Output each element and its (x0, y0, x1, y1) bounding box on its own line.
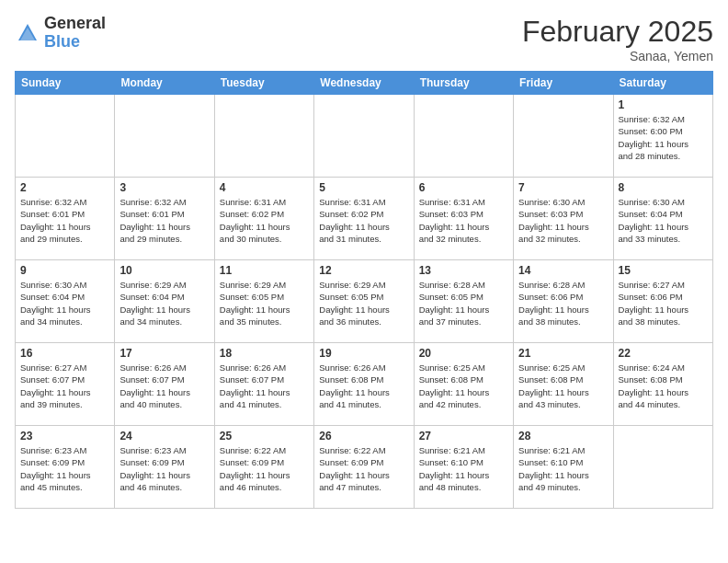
calendar-cell: 16Sunrise: 6:27 AM Sunset: 6:07 PM Dayli… (16, 343, 115, 426)
day-number: 10 (119, 264, 209, 277)
day-header-friday: Friday (514, 72, 613, 95)
day-number: 4 (220, 181, 309, 194)
day-number: 15 (619, 264, 708, 277)
day-header-thursday: Thursday (414, 72, 513, 95)
calendar-week-3: 9Sunrise: 6:30 AM Sunset: 6:04 PM Daylig… (16, 260, 713, 343)
calendar-cell: 12Sunrise: 6:29 AM Sunset: 6:05 PM Dayli… (314, 260, 414, 343)
day-number: 26 (319, 430, 408, 442)
day-number: 11 (220, 264, 309, 277)
logo: General Blue (15, 15, 106, 52)
calendar-cell: 26Sunrise: 6:22 AM Sunset: 6:09 PM Dayli… (314, 426, 414, 509)
day-number: 25 (220, 430, 309, 442)
logo-general: General (44, 15, 106, 33)
logo-icon (15, 20, 40, 46)
day-number: 22 (619, 347, 708, 360)
day-info: Sunrise: 6:26 AM Sunset: 6:07 PM Dayligh… (220, 362, 309, 410)
calendar-week-4: 16Sunrise: 6:27 AM Sunset: 6:07 PM Dayli… (16, 343, 713, 426)
day-info: Sunrise: 6:30 AM Sunset: 6:04 PM Dayligh… (619, 196, 708, 245)
day-info: Sunrise: 6:26 AM Sunset: 6:07 PM Dayligh… (119, 362, 209, 410)
calendar-cell: 4Sunrise: 6:31 AM Sunset: 6:02 PM Daylig… (214, 178, 313, 260)
calendar-cell: 21Sunrise: 6:25 AM Sunset: 6:08 PM Dayli… (514, 343, 613, 426)
title-block: February 2025 Sanaa, Yemen (522, 15, 713, 63)
day-info: Sunrise: 6:24 AM Sunset: 6:08 PM Dayligh… (619, 362, 708, 410)
calendar-cell (214, 95, 313, 178)
day-info: Sunrise: 6:21 AM Sunset: 6:10 PM Dayligh… (518, 444, 608, 493)
logo-text: General Blue (44, 15, 106, 52)
calendar-cell (115, 95, 214, 178)
day-number: 12 (319, 264, 408, 277)
day-info: Sunrise: 6:27 AM Sunset: 6:06 PM Dayligh… (619, 279, 708, 327)
day-info: Sunrise: 6:22 AM Sunset: 6:09 PM Dayligh… (319, 444, 408, 493)
day-header-tuesday: Tuesday (214, 72, 313, 95)
day-header-wednesday: Wednesday (314, 72, 414, 95)
calendar-cell: 24Sunrise: 6:23 AM Sunset: 6:09 PM Dayli… (115, 426, 214, 509)
day-info: Sunrise: 6:31 AM Sunset: 6:02 PM Dayligh… (220, 196, 309, 245)
day-info: Sunrise: 6:32 AM Sunset: 6:01 PM Dayligh… (119, 196, 209, 245)
day-number: 23 (20, 430, 109, 442)
day-number: 19 (319, 347, 408, 360)
calendar-cell: 25Sunrise: 6:22 AM Sunset: 6:09 PM Dayli… (214, 426, 313, 509)
calendar-cell (16, 95, 115, 178)
calendar-cell: 9Sunrise: 6:30 AM Sunset: 6:04 PM Daylig… (16, 260, 115, 343)
day-info: Sunrise: 6:26 AM Sunset: 6:08 PM Dayligh… (319, 362, 408, 410)
day-info: Sunrise: 6:28 AM Sunset: 6:06 PM Dayligh… (518, 279, 608, 327)
calendar: SundayMondayTuesdayWednesdayThursdayFrid… (15, 71, 713, 509)
day-number: 28 (518, 430, 608, 442)
day-info: Sunrise: 6:25 AM Sunset: 6:08 PM Dayligh… (518, 362, 608, 410)
calendar-cell: 5Sunrise: 6:31 AM Sunset: 6:02 PM Daylig… (314, 178, 414, 260)
calendar-cell (514, 95, 613, 178)
calendar-cell: 27Sunrise: 6:21 AM Sunset: 6:10 PM Dayli… (414, 426, 513, 509)
day-header-saturday: Saturday (613, 72, 712, 95)
day-number: 9 (20, 264, 109, 277)
calendar-cell: 7Sunrise: 6:30 AM Sunset: 6:03 PM Daylig… (514, 178, 613, 260)
calendar-cell (414, 95, 513, 178)
day-number: 18 (220, 347, 309, 360)
calendar-cell: 8Sunrise: 6:30 AM Sunset: 6:04 PM Daylig… (613, 178, 712, 260)
calendar-cell: 18Sunrise: 6:26 AM Sunset: 6:07 PM Dayli… (214, 343, 313, 426)
calendar-cell: 17Sunrise: 6:26 AM Sunset: 6:07 PM Dayli… (115, 343, 214, 426)
day-info: Sunrise: 6:29 AM Sunset: 6:04 PM Dayligh… (119, 279, 209, 327)
day-info: Sunrise: 6:25 AM Sunset: 6:08 PM Dayligh… (419, 362, 508, 410)
calendar-cell: 14Sunrise: 6:28 AM Sunset: 6:06 PM Dayli… (514, 260, 613, 343)
day-number: 5 (319, 181, 408, 194)
location: Sanaa, Yemen (522, 49, 713, 63)
month-title: February 2025 (522, 15, 713, 49)
day-number: 16 (20, 347, 109, 360)
day-info: Sunrise: 6:32 AM Sunset: 6:01 PM Dayligh… (20, 196, 109, 245)
calendar-cell: 11Sunrise: 6:29 AM Sunset: 6:05 PM Dayli… (214, 260, 313, 343)
day-number: 7 (518, 181, 608, 194)
calendar-cell: 2Sunrise: 6:32 AM Sunset: 6:01 PM Daylig… (16, 178, 115, 260)
day-info: Sunrise: 6:30 AM Sunset: 6:04 PM Dayligh… (20, 279, 109, 327)
calendar-cell: 23Sunrise: 6:23 AM Sunset: 6:09 PM Dayli… (16, 426, 115, 509)
calendar-cell (613, 426, 712, 509)
day-info: Sunrise: 6:30 AM Sunset: 6:03 PM Dayligh… (518, 196, 608, 245)
day-number: 3 (119, 181, 209, 194)
calendar-cell: 19Sunrise: 6:26 AM Sunset: 6:08 PM Dayli… (314, 343, 414, 426)
calendar-week-1: 1Sunrise: 6:32 AM Sunset: 6:00 PM Daylig… (16, 95, 713, 178)
calendar-cell: 3Sunrise: 6:32 AM Sunset: 6:01 PM Daylig… (115, 178, 214, 260)
day-info: Sunrise: 6:28 AM Sunset: 6:05 PM Dayligh… (419, 279, 508, 327)
day-number: 13 (419, 264, 508, 277)
day-info: Sunrise: 6:23 AM Sunset: 6:09 PM Dayligh… (20, 444, 109, 493)
calendar-cell: 10Sunrise: 6:29 AM Sunset: 6:04 PM Dayli… (115, 260, 214, 343)
day-info: Sunrise: 6:32 AM Sunset: 6:00 PM Dayligh… (619, 113, 708, 162)
day-number: 8 (619, 181, 708, 194)
day-header-monday: Monday (115, 72, 214, 95)
calendar-cell: 20Sunrise: 6:25 AM Sunset: 6:08 PM Dayli… (414, 343, 513, 426)
day-info: Sunrise: 6:31 AM Sunset: 6:02 PM Dayligh… (319, 196, 408, 245)
calendar-cell: 1Sunrise: 6:32 AM Sunset: 6:00 PM Daylig… (613, 95, 712, 178)
day-info: Sunrise: 6:23 AM Sunset: 6:09 PM Dayligh… (119, 444, 209, 493)
calendar-week-5: 23Sunrise: 6:23 AM Sunset: 6:09 PM Dayli… (16, 426, 713, 509)
day-number: 1 (619, 98, 708, 111)
day-number: 27 (419, 430, 508, 442)
day-number: 14 (518, 264, 608, 277)
day-info: Sunrise: 6:31 AM Sunset: 6:03 PM Dayligh… (419, 196, 508, 245)
calendar-week-2: 2Sunrise: 6:32 AM Sunset: 6:01 PM Daylig… (16, 178, 713, 260)
logo-blue: Blue (44, 33, 106, 52)
calendar-cell (314, 95, 414, 178)
day-header-sunday: Sunday (16, 72, 115, 95)
calendar-cell: 15Sunrise: 6:27 AM Sunset: 6:06 PM Dayli… (613, 260, 712, 343)
calendar-header-row: SundayMondayTuesdayWednesdayThursdayFrid… (16, 72, 713, 95)
day-number: 24 (119, 430, 209, 442)
calendar-cell: 22Sunrise: 6:24 AM Sunset: 6:08 PM Dayli… (613, 343, 712, 426)
